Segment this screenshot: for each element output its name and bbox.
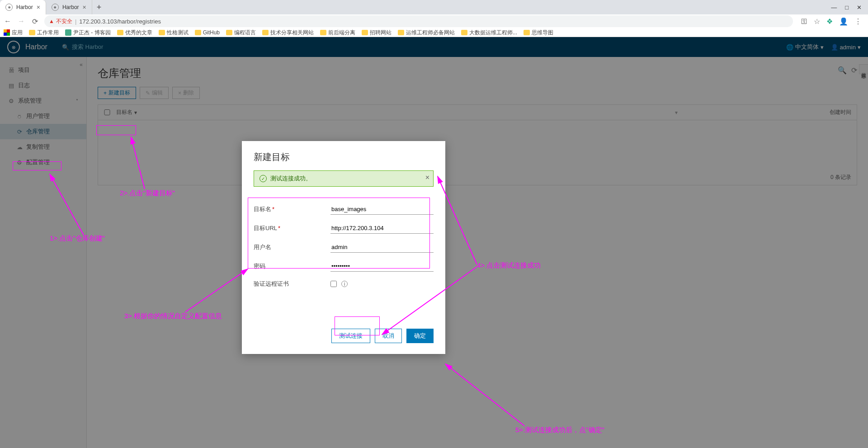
favicon-icon: ⎈ — [52, 4, 59, 11]
bookmark-item[interactable]: 大数据运维工程师... — [461, 29, 517, 37]
apps-button[interactable]: 应用 — [4, 29, 23, 37]
alert-text: 测试连接成功。 — [270, 174, 311, 183]
cancel-button[interactable]: 取消 — [375, 329, 402, 343]
target-name-input[interactable] — [330, 204, 434, 215]
key-icon[interactable]: ⚿ — [801, 18, 807, 25]
tab-title: Harbor — [16, 4, 33, 10]
bookmark-item[interactable]: 工作常用 — [29, 29, 59, 37]
annotation-text-4: 4>.点击测试连接成功 — [477, 261, 541, 270]
favicon-icon: ⎈ — [5, 4, 13, 11]
browser-tab-2[interactable]: ⎈ Harbor × — [46, 0, 92, 14]
label-verify-cert: 验证远程证书 — [254, 280, 330, 288]
modal-title: 新建目标 — [254, 151, 434, 163]
annotation-text-5: 5>.测试连接成功后，点"确定" — [515, 426, 604, 434]
url-sep: | — [75, 18, 76, 25]
close-icon[interactable]: × — [37, 4, 40, 11]
site-icon — [65, 29, 71, 36]
folder-icon — [29, 30, 35, 35]
browser-chrome: ⎈ Harbor × ⎈ Harbor × + — □ ✕ ← → ⟳ ▲ 不安… — [0, 0, 868, 37]
minimize-button[interactable]: — — [831, 4, 837, 11]
folder-icon — [226, 30, 232, 35]
target-url-input[interactable] — [330, 223, 434, 234]
bookmark-item[interactable]: 优秀的文章 — [117, 29, 152, 37]
annotation-text-1: 1>.点击"仓库创建" — [50, 234, 105, 243]
forward-button[interactable]: → — [17, 17, 25, 25]
browser-tab-1[interactable]: ⎈ Harbor × — [0, 0, 46, 14]
info-icon[interactable]: i — [341, 281, 348, 287]
folder-icon — [195, 30, 201, 35]
star-icon[interactable]: ☆ — [814, 17, 820, 26]
bookmark-item[interactable]: 思维导图 — [524, 29, 553, 37]
tab-strip: ⎈ Harbor × ⎈ Harbor × + — □ ✕ — [0, 0, 868, 14]
window-controls: — □ ✕ — [831, 4, 868, 11]
success-alert: ✓ 测试连接成功。 × — [254, 170, 434, 187]
password-input[interactable] — [330, 261, 434, 272]
address-icons: ⚿ ☆ ❖ 👤 ⋮ — [798, 17, 864, 26]
new-target-modal: 新建目标 ✓ 测试连接成功。 × 目标名* 目标URL* 用户名 密码 验证远程… — [242, 141, 445, 354]
bookmark-item[interactable]: 编程语言 — [226, 29, 256, 37]
bookmark-item[interactable]: 招聘网站 — [362, 29, 392, 37]
folder-icon — [524, 30, 530, 35]
folder-icon — [461, 30, 467, 35]
folder-icon — [398, 30, 404, 35]
back-button[interactable]: ← — [4, 17, 12, 25]
label-target-name: 目标名* — [254, 205, 330, 213]
folder-icon — [117, 30, 123, 35]
profile-icon[interactable]: 👤 — [839, 17, 848, 26]
apps-icon — [4, 29, 10, 36]
bookmark-item[interactable]: 前后端分离 — [320, 29, 355, 37]
bookmark-item[interactable]: 尹正杰 - 博客园 — [65, 29, 111, 37]
menu-icon[interactable]: ⋮ — [854, 17, 862, 26]
folder-icon — [320, 30, 326, 35]
window-close-button[interactable]: ✕ — [857, 4, 862, 11]
confirm-button[interactable]: 确定 — [406, 329, 434, 343]
label-target-url: 目标URL* — [254, 224, 330, 232]
bookmark-item[interactable]: 技术分享相关网站 — [262, 29, 314, 37]
extension-icon[interactable]: ❖ — [826, 17, 833, 26]
check-circle-icon: ✓ — [259, 175, 267, 182]
folder-icon — [362, 30, 368, 35]
url-box[interactable]: ▲ 不安全 | 172.200.3.103/harbor/registries — [44, 15, 793, 27]
folder-icon — [262, 30, 269, 35]
reload-button[interactable]: ⟳ — [31, 17, 39, 26]
address-bar: ← → ⟳ ▲ 不安全 | 172.200.3.103/harbor/regis… — [0, 14, 868, 28]
label-password: 密码 — [254, 262, 330, 270]
annotation-text-2: 2>.点击"新建目标" — [120, 189, 175, 198]
alert-close-button[interactable]: × — [425, 174, 429, 182]
annotation-text-3: 3>.根据你的情况自定义配置信息 — [124, 312, 222, 321]
verify-cert-checkbox[interactable] — [330, 281, 337, 287]
bookmark-item[interactable]: 性格测试 — [159, 29, 189, 37]
folder-icon — [159, 30, 165, 35]
tab-title: Harbor — [62, 4, 79, 10]
test-connection-button[interactable]: 测试连接 — [331, 329, 370, 343]
bookmark-item[interactable]: 运维工程师必备网站 — [398, 29, 455, 37]
url-text: 172.200.3.103/harbor/registries — [79, 18, 161, 25]
insecure-badge: ▲ 不安全 — [49, 18, 72, 25]
bookmark-bar: 应用 工作常用 尹正杰 - 博客园 优秀的文章 性格测试 GitHub 编程语言… — [0, 28, 868, 37]
new-tab-button[interactable]: + — [92, 3, 106, 12]
close-icon[interactable]: × — [83, 4, 86, 11]
maximize-button[interactable]: □ — [845, 4, 849, 11]
label-username: 用户名 — [254, 243, 330, 251]
username-input[interactable] — [330, 242, 434, 253]
bookmark-item[interactable]: GitHub — [195, 29, 220, 36]
